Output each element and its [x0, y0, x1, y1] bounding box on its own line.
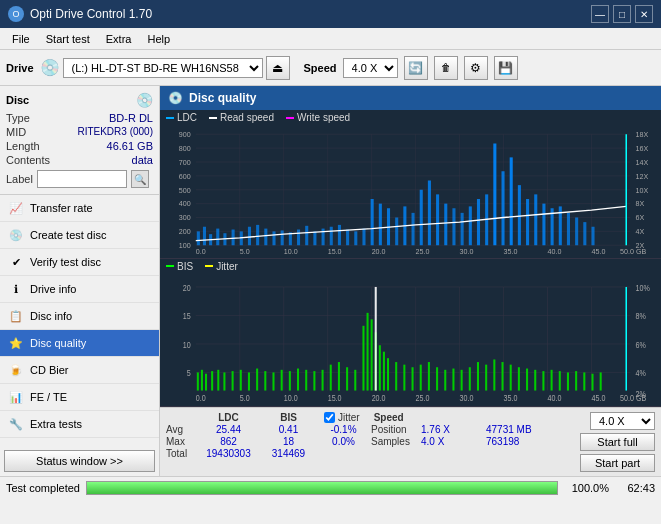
nav-items: 📈 Transfer rate 💿 Create test disc ✔ Ver…: [0, 195, 159, 446]
menu-start-test[interactable]: Start test: [38, 31, 98, 47]
svg-text:300: 300: [179, 215, 191, 222]
svg-text:50.0 GB: 50.0 GB: [620, 249, 647, 255]
nav-create-test-disc[interactable]: 💿 Create test disc: [0, 222, 159, 249]
disc-label-label: Label: [6, 173, 33, 185]
nav-disc-info[interactable]: 📋 Disc info: [0, 303, 159, 330]
speed-label: Speed: [304, 62, 337, 74]
drive-select[interactable]: (L:) HL-DT-ST BD-RE WH16NS58 TST4: [63, 58, 263, 78]
nav-transfer-rate[interactable]: 📈 Transfer rate: [0, 195, 159, 222]
stats-samples-label: Samples: [371, 436, 421, 447]
nav-cd-bier[interactable]: 🍺 CD Bier: [0, 357, 159, 384]
svg-text:6%: 6%: [635, 340, 645, 350]
start-full-button[interactable]: Start full: [580, 433, 655, 451]
fe-te-icon: 📊: [8, 389, 24, 405]
eject-button[interactable]: ⏏: [266, 56, 290, 80]
nav-drive-info[interactable]: ℹ Drive info: [0, 276, 159, 303]
svg-rect-66: [346, 230, 349, 246]
svg-rect-89: [534, 194, 537, 245]
svg-text:10.0: 10.0: [284, 393, 298, 403]
svg-text:30.0: 30.0: [460, 249, 474, 255]
stats-right-panel: 4.0 X Start full Start part: [580, 412, 655, 472]
svg-text:15.0: 15.0: [328, 393, 342, 403]
svg-rect-70: [379, 204, 382, 246]
svg-rect-87: [518, 185, 521, 245]
minimize-button[interactable]: —: [591, 5, 609, 23]
svg-rect-138: [240, 369, 242, 390]
progress-fill: [87, 482, 557, 494]
stats-samples-val: 763198: [486, 436, 551, 447]
svg-rect-52: [232, 230, 235, 246]
svg-text:50.0 GB: 50.0 GB: [620, 393, 647, 403]
menu-file[interactable]: File: [4, 31, 38, 47]
nav-fe-te[interactable]: 📊 FE / TE: [0, 384, 159, 411]
svg-text:14X: 14X: [635, 159, 648, 166]
svg-rect-160: [395, 362, 397, 390]
nav-cd-bier-label: CD Bier: [30, 364, 69, 376]
stats-avg-label: Avg: [166, 424, 196, 435]
nav-disc-quality[interactable]: ⭐ Disc quality: [0, 330, 159, 357]
stats-bis-header: BIS: [261, 412, 316, 423]
nav-verify-test-disc[interactable]: ✔ Verify test disc: [0, 249, 159, 276]
start-part-button[interactable]: Start part: [580, 454, 655, 472]
svg-rect-177: [534, 369, 536, 390]
nav-extra-tests[interactable]: 🔧 Extra tests: [0, 411, 159, 438]
svg-rect-169: [469, 367, 471, 390]
svg-rect-68: [362, 229, 365, 246]
disc-panel-title: Disc: [6, 94, 29, 106]
svg-rect-131: [197, 372, 199, 390]
svg-text:15: 15: [183, 311, 191, 321]
stats-max-ldc: 862: [196, 436, 261, 447]
disc-label-input[interactable]: [37, 170, 127, 188]
svg-rect-90: [542, 204, 545, 246]
disc-info-icon: 📋: [8, 308, 24, 324]
config-button[interactable]: ⚙: [464, 56, 488, 80]
disc-contents-value: data: [132, 154, 153, 166]
menu-help[interactable]: Help: [139, 31, 178, 47]
svg-rect-81: [469, 206, 472, 245]
svg-text:4%: 4%: [635, 368, 645, 378]
disc-mid-row: MID RITEKDR3 (000): [6, 126, 153, 138]
svg-rect-79: [452, 208, 455, 245]
speed-right-select[interactable]: 4.0 X: [590, 412, 655, 430]
svg-text:800: 800: [179, 145, 191, 152]
svg-text:0.0: 0.0: [196, 393, 206, 403]
status-window-button[interactable]: Status window >>: [4, 450, 155, 472]
disc-type-value: BD-R DL: [109, 112, 153, 124]
svg-text:30.0: 30.0: [460, 393, 474, 403]
disc-icon-toolbar: 💿: [40, 58, 60, 77]
speed-select[interactable]: 4.0 X1.0 X2.0 X8.0 X: [343, 58, 398, 78]
svg-text:15.0: 15.0: [328, 249, 342, 255]
legend-jitter: Jitter: [205, 261, 238, 272]
maximize-button[interactable]: □: [613, 5, 631, 23]
svg-text:500: 500: [179, 187, 191, 194]
jitter-checkbox[interactable]: [324, 412, 335, 423]
stats-avg-bis: 0.41: [261, 424, 316, 435]
svg-rect-142: [272, 372, 274, 390]
stats-total-ldc: 19430303: [196, 448, 261, 459]
svg-rect-47: [197, 231, 200, 245]
legend-read-speed-label: Read speed: [220, 112, 274, 123]
disc-type-label: Type: [6, 112, 30, 124]
content-header-icon: 💿: [168, 91, 183, 105]
nav-disc-quality-label: Disc quality: [30, 337, 86, 349]
progress-track: [86, 481, 558, 495]
stats-max-speed: 4.0 X: [421, 436, 486, 447]
save-button[interactable]: 💾: [494, 56, 518, 80]
disc-panel-header: Disc 💿: [6, 92, 153, 108]
refresh-button[interactable]: 🔄: [404, 56, 428, 80]
svg-rect-132: [201, 369, 203, 390]
svg-rect-155: [371, 319, 373, 390]
main-layout: Disc 💿 Type BD-R DL MID RITEKDR3 (000) L…: [0, 86, 661, 476]
svg-text:20.0: 20.0: [372, 249, 386, 255]
erase-button[interactable]: 🗑: [434, 56, 458, 80]
svg-rect-180: [559, 371, 561, 390]
close-button[interactable]: ✕: [635, 5, 653, 23]
menu-extra[interactable]: Extra: [98, 31, 140, 47]
disc-label-btn[interactable]: 🔍: [131, 170, 149, 188]
svg-text:20.0: 20.0: [372, 393, 386, 403]
svg-rect-58: [281, 230, 284, 245]
svg-rect-148: [322, 369, 324, 390]
svg-text:40.0: 40.0: [548, 393, 562, 403]
disc-length-value: 46.61 GB: [107, 140, 153, 152]
stats-ldc-header: LDC: [196, 412, 261, 423]
